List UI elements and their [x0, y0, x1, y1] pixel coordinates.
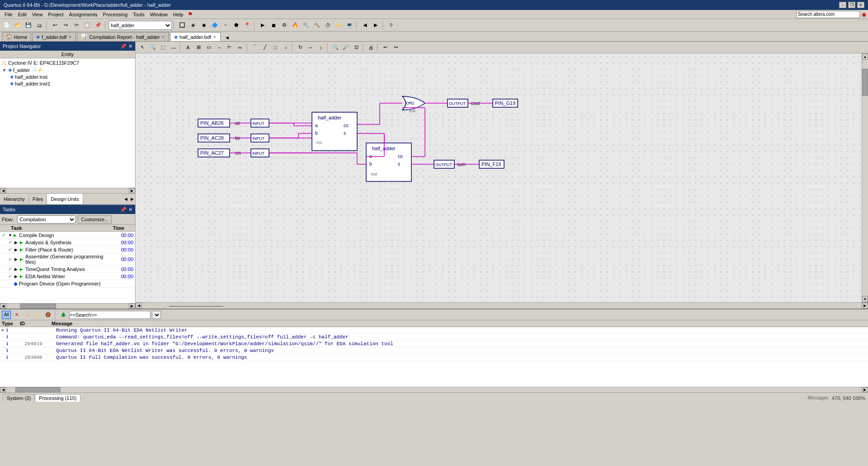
status-tab-processing[interactable]: Processing (115) — [35, 394, 80, 402]
tasks-scroll-left[interactable]: ◀ — [0, 304, 6, 309]
msg-row-1[interactable]: ▶ ℹ Running Quartus II 64-Bit EDA Netlis… — [0, 327, 868, 334]
sch-rect-button[interactable]: □ — [270, 43, 280, 52]
sch-symbol-button[interactable]: ⊞ — [193, 43, 203, 52]
h-scroll-thumb[interactable] — [169, 306, 223, 307]
menu-project[interactable]: Project — [45, 11, 66, 18]
task-expand-compile[interactable]: ▼ — [8, 233, 14, 238]
sch-undo2-button[interactable]: ↩ — [380, 43, 390, 52]
back-button[interactable]: ◀ — [360, 20, 370, 30]
tab-halfadder-close[interactable]: ✕ — [213, 35, 217, 39]
tech-map-viewer-button[interactable]: ◆ — [199, 20, 209, 30]
open-button[interactable]: 📂 — [13, 20, 23, 30]
chip-planner-button[interactable]: 🔲 — [177, 20, 187, 30]
nav-arr-left[interactable]: ◀ — [123, 196, 129, 202]
scroll-right-btn[interactable]: ▶ — [862, 303, 868, 309]
tasks-pin-icon[interactable]: 📌 — [120, 207, 127, 213]
sch-port-button[interactable]: → — [214, 43, 224, 52]
scroll-left-btn[interactable]: ◀ — [136, 303, 142, 309]
status-tab-system[interactable]: System (2) — [3, 394, 35, 402]
sch-zoom-button[interactable]: 🔍 — [148, 43, 158, 52]
sch-flip-button[interactable]: ↔ — [306, 43, 316, 52]
redo-button[interactable]: ↪ — [61, 20, 71, 30]
sch-zoom-in-button[interactable]: 🔍 — [330, 43, 340, 52]
menu-view[interactable]: View — [29, 11, 46, 18]
scroll-down-arrow[interactable]: ▼ — [862, 296, 868, 302]
sch-block-button[interactable]: ▭ — [204, 43, 214, 52]
timing-button[interactable]: ⏱ — [323, 20, 333, 30]
tab-report-close[interactable]: ✕ — [161, 35, 165, 39]
msg-scrollbar-h[interactable]: ◀ ▶ — [0, 387, 868, 392]
sch-rotate-button[interactable]: ↻ — [295, 43, 305, 52]
sch-zoom-out-button[interactable]: 🔎 — [341, 43, 351, 52]
tab-compilation-report[interactable]: 📊 Compilation Report - half_adder ✕ — [77, 32, 169, 41]
undo-button[interactable]: ↩ — [50, 20, 60, 30]
messages-content[interactable]: ▶ ℹ Running Quartus II 64-Bit EDA Netlis… — [0, 327, 868, 387]
close-button[interactable]: ✕ — [857, 2, 864, 8]
task-expand-eda[interactable]: ▶ — [14, 274, 20, 279]
tree-inst1[interactable]: ◈ half_adder:inst1 — [1, 80, 134, 87]
compile-design-button[interactable]: 🔥 — [290, 20, 300, 30]
sch-mirror-button[interactable]: ↕ — [316, 43, 326, 52]
nav-tab-design-units[interactable]: Design Units — [47, 194, 83, 204]
restore-button[interactable]: ❐ — [848, 2, 855, 8]
task-row-compile[interactable]: ✓ ▼ ▶ Compile Design 00:00 — [0, 232, 135, 239]
msg-btn-warning[interactable]: ⚠ — [23, 311, 32, 319]
nav-tab-hierarchy[interactable]: Hierarchy — [0, 194, 29, 204]
task-row-fitter[interactable]: ✓ ▶ ▶ Fitter (Place & Route) 00:00 — [0, 246, 135, 253]
msg-btn-all[interactable]: All — [2, 311, 11, 319]
start-compilation-button[interactable]: ▶ — [258, 20, 268, 30]
save-all-button[interactable]: 🗂 — [34, 20, 44, 30]
state-machine-viewer-button[interactable]: 🔷 — [210, 20, 220, 30]
task-row-eda[interactable]: ✓ ▶ ▶ EDA Netlist Writer 00:00 — [0, 273, 135, 280]
task-play-assembler[interactable]: ▶ — [20, 257, 25, 262]
sch-print-button[interactable]: 🖨 — [366, 43, 376, 52]
paste-button[interactable]: 📌 — [93, 20, 103, 30]
sch-wire-button[interactable]: — — [169, 43, 179, 52]
timing-closure-button[interactable]: ⬟ — [231, 20, 241, 30]
design-partition-button[interactable]: 🔹 — [221, 20, 231, 30]
new-button[interactable]: 📄 — [2, 20, 12, 30]
forward-button[interactable]: ▶ — [371, 20, 381, 30]
scroll-left-arrow[interactable]: ◀ — [0, 188, 6, 193]
fitter-button[interactable]: 🔧 — [301, 20, 311, 30]
msg-row-4[interactable]: ℹ Quartus II 64-Bit EDA Netlist Writer w… — [0, 347, 868, 354]
tasks-scrollbar-h[interactable]: ◀ ▶ — [0, 303, 135, 309]
sch-text-button[interactable]: A — [183, 43, 193, 52]
sch-pin-button[interactable]: ⊢ — [225, 43, 235, 52]
scroll-right-arrow[interactable]: ▶ — [129, 188, 135, 193]
task-play-compile[interactable]: ▶ — [14, 233, 19, 238]
sch-pointer-button[interactable]: ↖ — [137, 43, 147, 52]
menu-tools[interactable]: Tools — [130, 11, 147, 18]
entity-dropdown[interactable]: half_adder f_adder — [108, 21, 172, 30]
program-device-button[interactable]: 💻 — [344, 20, 354, 30]
tree-fadder[interactable]: ▼ ◈ f_adder 📄⚡ — [1, 67, 134, 73]
tab-fadder-close[interactable]: ✕ — [68, 35, 72, 39]
task-row-analysis[interactable]: ✓ ▶ ▶ Analysis & Synthesis 00:00 — [0, 239, 135, 246]
customize-button[interactable]: Customize... — [78, 215, 112, 223]
msg-search-dropdown[interactable]: ▼ — [152, 311, 161, 319]
save-button[interactable]: 💾 — [24, 20, 33, 30]
sch-arc-button[interactable]: ⌒ — [250, 43, 259, 52]
minimize-button[interactable]: − — [839, 2, 846, 8]
tab-fadder[interactable]: ◈ f_adder.bdf ✕ — [32, 32, 76, 41]
search-altera-input[interactable] — [797, 11, 860, 18]
eda-button[interactable]: ⚡ — [334, 20, 344, 30]
sch-ellipse-button[interactable]: ○ — [281, 43, 291, 52]
task-play-timing[interactable]: ▶ — [20, 267, 25, 271]
msg-row-5[interactable]: ℹ 293000 Quartus II Full Compilation was… — [0, 354, 868, 361]
v-scrollbar[interactable]: ▲ ▼ — [862, 53, 868, 302]
close-all-tab-button[interactable]: ◀ — [223, 34, 231, 41]
msg-expand-1[interactable]: ▶ — [2, 328, 6, 333]
msg-btn-warning2[interactable]: ⚠ — [33, 311, 42, 319]
nav-arr-right[interactable]: ▶ — [129, 196, 135, 202]
stop-compilation-button[interactable]: ⏹ — [269, 20, 278, 30]
h-scrollbar[interactable]: ◀ ▶ — [136, 302, 868, 309]
tasks-scroll-right[interactable]: ▶ — [129, 304, 135, 309]
menu-window[interactable]: Window — [147, 11, 170, 18]
task-expand-timing[interactable]: ▶ — [14, 267, 20, 271]
nav-close-icon[interactable]: ✕ — [128, 43, 132, 49]
menu-edit[interactable]: Edit — [15, 11, 29, 18]
msg-btn-filter[interactable]: 🌲 — [59, 311, 68, 319]
task-expand-analysis[interactable]: ▶ — [14, 240, 20, 245]
cut-button[interactable]: ✂ — [71, 20, 81, 30]
